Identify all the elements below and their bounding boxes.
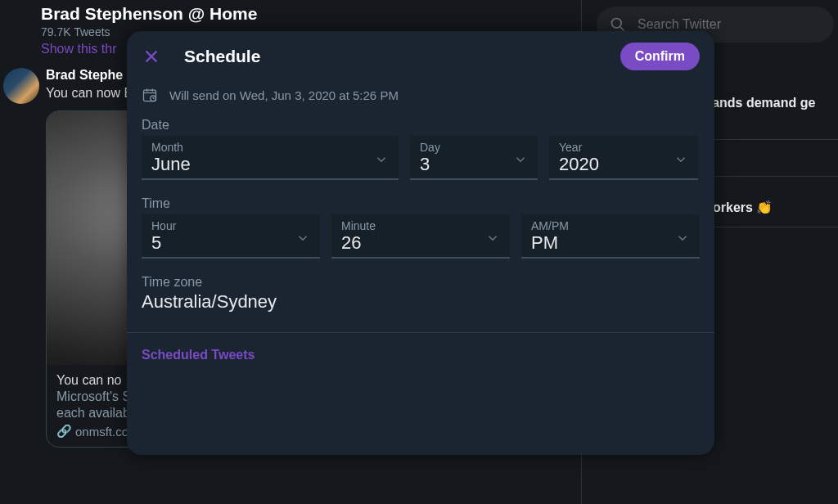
hour-value: 5 bbox=[151, 232, 310, 254]
close-icon bbox=[142, 47, 160, 65]
hour-label: Hour bbox=[151, 219, 310, 232]
svg-point-0 bbox=[612, 19, 622, 29]
chevron-down-icon bbox=[674, 152, 688, 170]
year-select[interactable]: Year 2020 bbox=[549, 136, 698, 180]
minute-value: 26 bbox=[341, 232, 500, 254]
day-label: Day bbox=[420, 141, 528, 154]
calendar-icon bbox=[142, 87, 158, 103]
hour-select[interactable]: Hour 5 bbox=[142, 214, 320, 259]
chevron-down-icon bbox=[513, 152, 528, 170]
month-value: June bbox=[151, 154, 389, 175]
schedule-modal: Schedule Confirm Will send on Wed, Jun 3… bbox=[127, 31, 714, 455]
page-title: Brad Stephenson @ Home bbox=[41, 4, 540, 24]
month-label: Month bbox=[151, 141, 389, 154]
timezone-value: Australia/Sydney bbox=[142, 291, 700, 313]
date-section-label: Date bbox=[142, 118, 700, 133]
link-icon: 🔗 bbox=[56, 424, 72, 439]
minute-label: Minute bbox=[341, 219, 500, 232]
day-select[interactable]: Day 3 bbox=[410, 136, 538, 180]
send-time-text: Will send on Wed, Jun 3, 2020 at 5:26 PM bbox=[169, 88, 399, 102]
scheduled-tweets-link[interactable]: Scheduled Tweets bbox=[127, 333, 255, 362]
chevron-down-icon bbox=[675, 231, 690, 249]
day-value: 3 bbox=[420, 154, 528, 175]
confirm-button[interactable]: Confirm bbox=[620, 43, 700, 70]
modal-title: Schedule bbox=[184, 47, 597, 66]
ampm-label: AM/PM bbox=[531, 219, 690, 232]
close-button[interactable] bbox=[142, 47, 161, 66]
year-value: 2020 bbox=[559, 154, 688, 175]
year-label: Year bbox=[559, 141, 688, 154]
ampm-value: PM bbox=[531, 232, 690, 254]
ampm-select[interactable]: AM/PM PM bbox=[521, 214, 700, 259]
svg-line-1 bbox=[620, 27, 624, 31]
search-placeholder: Search Twitter bbox=[638, 17, 721, 32]
month-select[interactable]: Month June bbox=[142, 136, 399, 180]
avatar[interactable] bbox=[3, 68, 39, 104]
search-icon bbox=[610, 16, 626, 33]
svg-point-8 bbox=[151, 96, 156, 101]
chevron-down-icon bbox=[485, 231, 500, 249]
time-section-label: Time bbox=[142, 196, 700, 211]
minute-select[interactable]: Minute 26 bbox=[331, 214, 510, 259]
chevron-down-icon bbox=[295, 231, 310, 249]
chevron-down-icon bbox=[374, 152, 389, 170]
timezone-label: Time zone bbox=[142, 275, 700, 290]
